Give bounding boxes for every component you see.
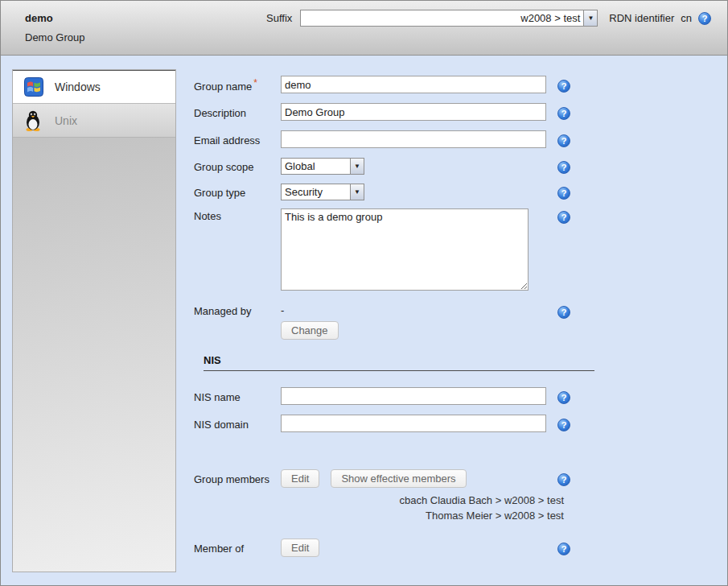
help-icon[interactable]: ?: [557, 134, 570, 147]
suffix-select[interactable]: w2008 > test ▼: [300, 10, 598, 27]
help-icon[interactable]: ?: [557, 419, 570, 431]
group-scope-selected-value: Global: [282, 160, 350, 172]
tab-windows-label: Windows: [55, 80, 101, 93]
rdn-identifier-value: cn: [681, 12, 692, 24]
tab-unix-label: Unix: [55, 114, 77, 127]
group-edit-window: demo Suffix w2008 > test ▼ RDN identifie…: [0, 0, 728, 586]
description-label: Description: [194, 105, 281, 119]
suffix-selected-value: w2008 > test: [301, 12, 583, 24]
group-name-label: Group name*: [194, 76, 281, 93]
email-input[interactable]: [281, 130, 546, 148]
page-title: demo: [25, 12, 53, 24]
change-button[interactable]: Change: [281, 321, 339, 340]
managed-by-row: Managed by - Change ?: [194, 303, 596, 340]
help-icon[interactable]: ?: [557, 473, 570, 486]
required-marker: *: [253, 77, 257, 89]
help-icon[interactable]: ?: [557, 107, 570, 120]
help-icon[interactable]: ?: [557, 161, 570, 174]
group-type-label: Group type: [194, 185, 281, 199]
managed-by-value: -: [281, 303, 284, 318]
form-content: Group name* ? Description ? Email addres…: [194, 69, 596, 567]
help-icon[interactable]: ?: [557, 391, 570, 404]
help-icon[interactable]: ?: [698, 12, 711, 25]
nis-domain-input[interactable]: [281, 415, 546, 432]
group-member-item: cbach Claudia Bach > w2008 > test: [194, 493, 564, 508]
notes-textarea[interactable]: This is a demo group: [281, 208, 529, 291]
group-members-edit-button[interactable]: Edit: [281, 469, 319, 488]
group-members-label: Group members: [194, 472, 281, 485]
group-members-row: Group members Edit Show effective member…: [194, 469, 596, 488]
suffix-group: Suffix w2008 > test ▼: [266, 10, 598, 27]
managed-by-label: Managed by: [194, 303, 281, 317]
tab-unix[interactable]: Unix: [13, 104, 175, 138]
member-of-row: Member of Edit ?: [194, 539, 596, 557]
show-effective-members-button[interactable]: Show effective members: [331, 469, 466, 488]
header: demo Suffix w2008 > test ▼ RDN identifie…: [1, 1, 727, 56]
help-icon[interactable]: ?: [557, 211, 570, 224]
rdn-group: RDN identifier cn ?: [609, 12, 711, 25]
help-icon[interactable]: ?: [557, 306, 570, 319]
header-row-top: demo Suffix w2008 > test ▼ RDN identifie…: [1, 1, 727, 28]
dropdown-arrow-icon: ▼: [350, 184, 364, 200]
dropdown-arrow-icon: ▼: [350, 159, 364, 174]
description-input[interactable]: [281, 103, 546, 121]
group-scope-select[interactable]: Global ▼: [281, 158, 364, 175]
help-icon[interactable]: ?: [557, 543, 570, 555]
windows-logo-icon: [24, 76, 45, 98]
help-icon[interactable]: ?: [557, 187, 570, 200]
notes-row: Notes This is a demo group ?: [194, 208, 596, 291]
group-members-list: cbach Claudia Bach > w2008 > test Thomas…: [194, 493, 564, 523]
nis-name-input[interactable]: [281, 387, 546, 405]
member-of-edit-button[interactable]: Edit: [281, 539, 319, 557]
group-type-row: Group type Security ▼ ?: [194, 184, 596, 200]
page-subtitle: Demo Group: [1, 28, 727, 43]
email-row: Email address ?: [194, 130, 596, 148]
description-row: Description ?: [194, 103, 596, 121]
dropdown-arrow-icon: ▼: [583, 10, 597, 26]
group-scope-label: Group scope: [194, 159, 281, 173]
suffix-label: Suffix: [266, 12, 292, 24]
sidebar-background: [13, 138, 175, 572]
nis-name-label: NIS name: [194, 390, 281, 403]
nis-domain-row: NIS domain ?: [194, 415, 596, 432]
notes-label: Notes: [194, 208, 281, 222]
tab-windows[interactable]: Windows: [13, 70, 175, 104]
email-label: Email address: [194, 133, 281, 146]
tux-penguin-icon: [24, 109, 45, 132]
help-icon[interactable]: ?: [557, 80, 570, 93]
nis-name-row: NIS name ?: [194, 387, 596, 405]
module-sidebar: Windows Unix: [12, 69, 176, 572]
rdn-identifier-label: RDN identifier: [609, 12, 674, 24]
group-name-row: Group name* ?: [194, 76, 596, 93]
group-scope-row: Group scope Global ▼ ?: [194, 158, 596, 175]
group-member-item: Thomas Meier > w2008 > test: [194, 508, 564, 523]
group-type-selected-value: Security: [282, 186, 350, 198]
group-name-input[interactable]: [281, 76, 546, 93]
nis-section-title: NIS: [204, 354, 594, 371]
member-of-label: Member of: [194, 541, 281, 555]
nis-domain-label: NIS domain: [194, 417, 281, 431]
group-type-select[interactable]: Security ▼: [281, 184, 364, 200]
